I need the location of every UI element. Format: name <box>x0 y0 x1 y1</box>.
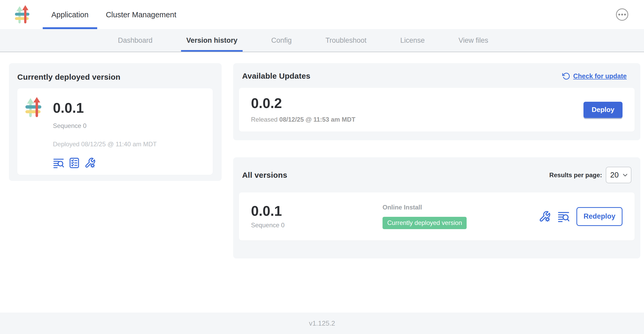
currently-deployed-card: Currently deployed version 0.0.1 Sequenc… <box>9 63 222 181</box>
subnav-item-license[interactable]: License <box>395 29 430 52</box>
currently-deployed-badge: Currently deployed version <box>383 217 467 229</box>
deploy-button[interactable]: Deploy <box>583 102 623 118</box>
deployed-version-label: 0.0.1 <box>53 101 157 115</box>
subnav-item-config[interactable]: Config <box>266 29 297 52</box>
currently-deployed-version-card: 0.0.1 Sequence 0 Deployed 08/12/25 @ 11:… <box>17 88 213 175</box>
version-history-page: Currently deployed version 0.0.1 Sequenc… <box>0 52 644 313</box>
tab-application[interactable]: Application <box>43 0 97 29</box>
dot-icon <box>618 14 620 15</box>
currently-deployed-title: Currently deployed version <box>17 73 213 82</box>
tab-cluster-management[interactable]: Cluster Management <box>97 0 185 29</box>
console-version-label: v1.125.2 <box>309 319 335 327</box>
available-updates-card: Available Updates Check for update <box>233 63 640 140</box>
preflight-checks-icon[interactable] <box>69 157 80 169</box>
results-per-page-label: Results per page: <box>549 171 602 179</box>
app-logo-icon <box>24 96 44 119</box>
logs-icon[interactable] <box>53 157 64 169</box>
console-footer: v1.125.2 <box>0 313 644 334</box>
overflow-menu-button[interactable] <box>616 8 628 21</box>
subnav-item-version-history[interactable]: Version history <box>181 29 243 52</box>
top-nav: Application Cluster Management <box>0 0 644 29</box>
app-logo-icon <box>15 4 31 25</box>
row-version-label: 0.0.1 <box>251 204 298 218</box>
check-for-update-label: Check for update <box>573 72 627 80</box>
refresh-icon <box>562 72 570 80</box>
config-icon[interactable] <box>84 157 96 169</box>
config-icon[interactable] <box>539 211 551 223</box>
subnav-item-view-files[interactable]: View files <box>453 29 494 52</box>
logs-icon[interactable] <box>558 211 570 223</box>
available-updates-title: Available Updates <box>242 72 310 80</box>
update-released-timestamp: Released 08/12/25 @ 11:53 am MDT <box>251 116 355 123</box>
results-per-page-select[interactable]: 20 <box>606 167 631 183</box>
row-sequence-label: Sequence 0 <box>251 222 298 229</box>
all-versions-card: All versions Results per page: 20 0.0. <box>233 157 640 258</box>
available-update-row: 0.0.2 Released 08/12/25 @ 11:53 am MDT D… <box>239 88 635 132</box>
check-for-update-link[interactable]: Check for update <box>562 72 627 80</box>
deployed-timestamp: Deployed 08/12/25 @ 11:40 am MDT <box>53 141 157 148</box>
version-row: 0.0.1 Sequence 0 Online Install Currentl… <box>239 192 635 240</box>
app-sub-nav: Dashboard Version history Config Trouble… <box>0 29 644 52</box>
subnav-item-dashboard[interactable]: Dashboard <box>113 29 158 52</box>
dot-icon <box>621 14 623 15</box>
update-version-label: 0.0.2 <box>251 96 355 110</box>
redeploy-button[interactable]: Redeploy <box>576 207 623 226</box>
deployed-sequence-label: Sequence 0 <box>53 122 157 130</box>
results-per-page-value: 20 <box>610 171 619 179</box>
dot-icon <box>624 14 626 15</box>
top-nav-tabs: Application Cluster Management <box>43 0 185 29</box>
install-type-label: Online Install <box>383 204 467 211</box>
all-versions-title: All versions <box>242 171 287 180</box>
subnav-item-troubleshoot[interactable]: Troubleshoot <box>320 29 372 52</box>
chevron-down-icon <box>623 174 627 177</box>
